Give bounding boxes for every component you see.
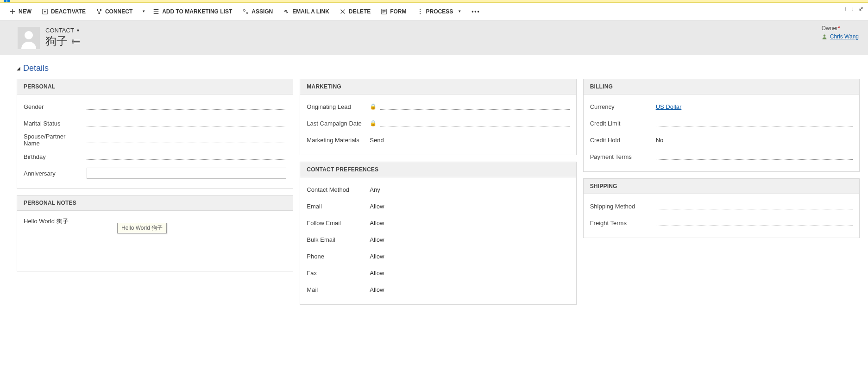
add-marketing-label: ADD TO MARKETING LIST: [162, 8, 232, 15]
link-icon: [283, 8, 289, 15]
avatar: [18, 27, 40, 49]
list-bullet-icon[interactable]: [74, 40, 80, 43]
tooltip-text: Hello World 狗子: [121, 225, 163, 231]
section-toggle-details[interactable]: ◢ Details: [17, 63, 860, 73]
deactivate-label: DEACTIVATE: [51, 8, 86, 15]
person-icon: [18, 27, 40, 49]
arrow-up-icon[interactable]: ↑: [844, 6, 847, 12]
field-value-empty: [87, 103, 286, 110]
form-button[interactable]: FORM: [376, 6, 411, 18]
field-marital-status[interactable]: Marital Status: [24, 115, 286, 132]
field-value-empty: [87, 137, 286, 143]
field-currency[interactable]: Currency US Dollar: [590, 98, 853, 115]
field-gender[interactable]: Gender: [24, 98, 286, 115]
plus-icon: [9, 8, 16, 15]
deactivate-button[interactable]: DEACTIVATE: [37, 6, 90, 18]
svg-point-7: [419, 9, 420, 10]
field-label: Contact Method: [307, 186, 365, 193]
field-anniversary[interactable]: Anniversary: [24, 165, 286, 182]
owner-link[interactable]: Chris Wang: [822, 33, 859, 40]
field-label: Credit Hold: [590, 137, 651, 144]
field-label: Phone: [307, 253, 365, 260]
panel-title: CONTACT PREFERENCES: [300, 162, 576, 177]
field-follow-email[interactable]: Follow Email Allow: [307, 214, 569, 231]
more-commands-button[interactable]: •••: [467, 6, 485, 18]
email-link-button[interactable]: EMAIL A LINK: [278, 6, 334, 18]
field-value: Allow: [370, 253, 569, 260]
field-bulk-email[interactable]: Bulk Email Allow: [307, 231, 569, 248]
field-spouse[interactable]: Spouse/Partner Name: [24, 132, 286, 148]
field-shipping-method[interactable]: Shipping Method: [590, 198, 853, 214]
field-email[interactable]: Email Allow: [307, 198, 569, 214]
field-birthday[interactable]: Birthday: [24, 148, 286, 165]
lock-icon: 🔒: [370, 120, 377, 126]
add-marketing-button[interactable]: ADD TO MARKETING LIST: [148, 6, 237, 18]
anniversary-input[interactable]: [87, 168, 286, 179]
field-payment-terms[interactable]: Payment Terms: [590, 148, 853, 165]
expand-icon[interactable]: ⤢: [859, 6, 863, 12]
connect-label: CONNECT: [105, 8, 132, 15]
chevron-down-icon: ▼: [76, 28, 80, 33]
field-credit-hold[interactable]: Credit Hold No: [590, 132, 853, 148]
new-button[interactable]: NEW: [5, 6, 36, 18]
field-value: Allow: [370, 286, 569, 293]
field-value: Send: [370, 137, 569, 144]
panel-billing: BILLING Currency US Dollar Credit Limit …: [583, 79, 860, 172]
owner-block: Owner* Chris Wang: [822, 25, 859, 40]
form-label: FORM: [390, 8, 406, 15]
process-label: PROCESS: [426, 8, 453, 15]
field-last-campaign: Last Campaign Date 🔒: [307, 115, 569, 132]
field-contact-method[interactable]: Contact Method Any: [307, 181, 569, 198]
field-label: Spouse/Partner Name: [24, 133, 82, 147]
panel-contact-preferences: CONTACT PREFERENCES Contact Method Any E…: [300, 162, 576, 305]
svg-point-12: [824, 35, 826, 37]
arrow-down-icon[interactable]: ↓: [851, 6, 854, 12]
connect-dropdown[interactable]: ▼: [138, 6, 147, 16]
panel-shipping: SHIPPING Shipping Method Freight Terms: [583, 178, 860, 238]
field-value: Allow: [370, 220, 569, 227]
svg-point-5: [243, 9, 245, 11]
field-originating-lead: Originating Lead 🔒: [307, 98, 569, 115]
field-label: Mail: [307, 286, 365, 293]
panel-title: BILLING: [584, 79, 859, 94]
process-button[interactable]: PROCESS ▼: [412, 6, 466, 18]
field-credit-limit[interactable]: Credit Limit: [590, 115, 853, 132]
section-title-label: Details: [23, 63, 49, 73]
assign-icon: [242, 8, 249, 15]
form-icon: [381, 8, 387, 15]
close-icon: [340, 8, 346, 15]
chevron-down-icon: ▼: [456, 9, 461, 13]
panel-personal: PERSONAL Gender Marital Status Spouse/Pa…: [17, 79, 293, 189]
field-label: Freight Terms: [590, 220, 651, 227]
panel-title: PERSONAL: [17, 79, 293, 94]
list-icon: [153, 8, 159, 15]
field-marketing-materials[interactable]: Marketing Materials Send: [307, 132, 569, 148]
assign-button[interactable]: ASSIGN: [238, 6, 277, 18]
ellipsis-icon: •••: [472, 8, 480, 15]
connect-icon: [96, 8, 102, 15]
entity-selector[interactable]: CONTACT ▼: [45, 27, 80, 34]
panel-title: SHIPPING: [584, 179, 859, 194]
field-fax[interactable]: Fax Allow: [307, 264, 569, 281]
field-label: Shipping Method: [590, 203, 651, 210]
delete-button[interactable]: DELETE: [335, 6, 375, 18]
email-link-label: EMAIL A LINK: [292, 8, 329, 15]
deactivate-icon: [42, 8, 48, 15]
new-label: NEW: [19, 8, 31, 15]
field-mail[interactable]: Mail Allow: [307, 281, 569, 298]
delete-label: DELETE: [349, 8, 371, 15]
field-value: Allow: [370, 236, 569, 243]
currency-link[interactable]: US Dollar: [656, 103, 853, 110]
panel-personal-notes: PERSONAL NOTES Hello World 狗子 Hello Worl…: [17, 195, 293, 271]
field-label: Bulk Email: [307, 236, 365, 243]
command-bar: NEW DEACTIVATE CONNECT ▼ ADD TO MARKETIN…: [0, 3, 868, 20]
field-freight-terms[interactable]: Freight Terms: [590, 214, 853, 231]
field-value-empty: [380, 103, 569, 110]
notes-area[interactable]: Hello World 狗子 Hello World 狗子: [17, 211, 293, 271]
field-value-empty: [656, 220, 853, 226]
field-label: Payment Terms: [590, 153, 651, 160]
field-value: Any: [370, 186, 569, 193]
tooltip: Hello World 狗子: [117, 223, 167, 233]
field-phone[interactable]: Phone Allow: [307, 248, 569, 264]
connect-button[interactable]: CONNECT: [91, 6, 137, 18]
